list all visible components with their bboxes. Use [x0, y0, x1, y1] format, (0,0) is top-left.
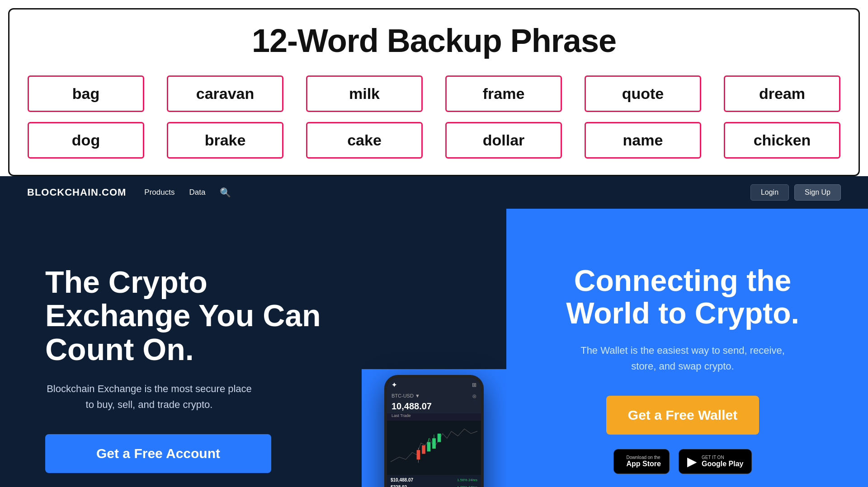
- price-item-btc: $10,488.07 1.56% 24hrs: [391, 478, 477, 482]
- word-chip-11: name: [585, 122, 701, 159]
- search-icon[interactable]: 🔍: [220, 187, 231, 198]
- nav-data[interactable]: Data: [189, 188, 205, 197]
- chart-area: [387, 421, 481, 475]
- phone-mock: ✦ ⊞ BTC-USD ▼ ◎ 10,488.07 Last Trade: [384, 375, 484, 487]
- backup-phrase-title: 12-Word Backup Phrase: [28, 22, 840, 59]
- word-chip-9: cake: [306, 122, 423, 159]
- hero-wallet: Connecting the World to Crypto. The Wall…: [506, 209, 868, 487]
- google-play-text: GET IT ON Google Play: [702, 455, 743, 468]
- exchange-title: The Crypto Exchange You Can Count On.: [45, 265, 326, 366]
- price-item-eth: $228.02 1.39% 24hrs: [391, 485, 477, 487]
- word-chip-7: dog: [28, 122, 144, 159]
- phone-grid-icon: ⊞: [472, 382, 476, 388]
- phone-mockup-container: ✦ ⊞ BTC-USD ▼ ◎ 10,488.07 Last Trade: [362, 209, 506, 487]
- svg-rect-8: [438, 434, 441, 442]
- hero: The Crypto Exchange You Can Count On. Bl…: [0, 209, 868, 487]
- app-store-text: Download on the App Store: [627, 455, 661, 468]
- nav-logo: BLOCKCHAIN.COM: [27, 187, 126, 198]
- phone-label: Last Trade: [387, 413, 481, 421]
- word-chip-5: quote: [585, 75, 701, 112]
- word-chip-6: dream: [724, 75, 840, 112]
- google-play-icon: ▶: [687, 454, 697, 469]
- phone-logo: ✦: [392, 381, 397, 389]
- free-wallet-button[interactable]: Get a Free Wallet: [606, 396, 759, 435]
- word-chip-3: milk: [306, 75, 423, 112]
- svg-rect-4: [427, 442, 431, 452]
- app-store-badge[interactable]: Download on the App Store: [613, 449, 670, 474]
- word-chip-12: chicken: [724, 122, 840, 159]
- word-chip-2: caravan: [167, 75, 283, 112]
- svg-rect-3: [422, 445, 425, 454]
- nav-actions: Login Sign Up: [750, 184, 841, 201]
- store-badges: Download on the App Store ▶ GET IT ON Go…: [613, 449, 752, 474]
- nav-products[interactable]: Products: [144, 188, 175, 197]
- word-chip-10: dollar: [445, 122, 562, 159]
- hero-exchange: The Crypto Exchange You Can Count On. Bl…: [0, 209, 362, 487]
- nav-links: Products Data 🔍: [144, 187, 732, 198]
- phone-price: 10,488.07: [387, 399, 481, 413]
- navbar: BLOCKCHAIN.COM Products Data 🔍 Login Sig…: [0, 176, 868, 209]
- words-grid: bagcaravanmilkframequotedreamdogbrakecak…: [28, 75, 840, 159]
- svg-rect-6: [432, 438, 436, 449]
- wallet-title: Connecting the World to Crypto.: [542, 264, 823, 330]
- google-play-badge[interactable]: ▶ GET IT ON Google Play: [679, 449, 752, 474]
- phone-chart-icon: ◎: [472, 393, 476, 398]
- phone-header: ✦ ⊞: [387, 378, 481, 390]
- wallet-subtitle: The Wallet is the easiest way to send, r…: [570, 342, 796, 374]
- signup-button[interactable]: Sign Up: [794, 184, 841, 201]
- phone-screen: ✦ ⊞ BTC-USD ▼ ◎ 10,488.07 Last Trade: [387, 378, 481, 487]
- svg-rect-0: [417, 450, 420, 459]
- word-chip-4: frame: [445, 75, 562, 112]
- login-button[interactable]: Login: [750, 184, 789, 201]
- exchange-subtitle: Blockchain Exchange is the most secure p…: [45, 381, 253, 412]
- word-chip-8: brake: [167, 122, 283, 159]
- phone-pair: BTC-USD ▼: [392, 393, 420, 398]
- free-account-button[interactable]: Get a Free Account: [45, 434, 271, 473]
- backup-phrase-section: 12-Word Backup Phrase bagcaravanmilkfram…: [8, 8, 860, 176]
- word-chip-1: bag: [28, 75, 144, 112]
- price-list: $10,488.07 1.56% 24hrs $228.02 1.39% 24h…: [387, 475, 481, 487]
